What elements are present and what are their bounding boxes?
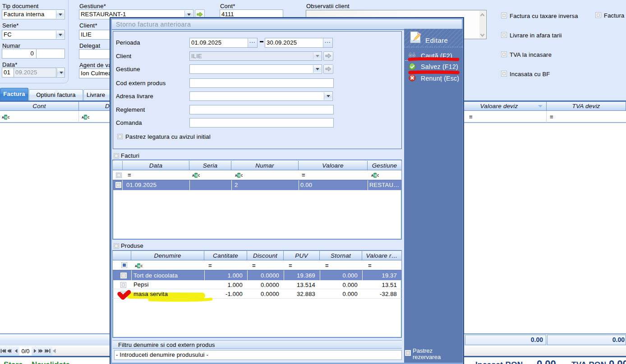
svg-text:B: B xyxy=(5,116,7,119)
svg-text:B: B xyxy=(85,116,87,119)
svg-text:A: A xyxy=(192,174,194,177)
svg-text:C: C xyxy=(198,174,200,177)
svg-text:A: A xyxy=(235,174,237,177)
svg-text:C: C xyxy=(8,116,9,119)
svg-text:A: A xyxy=(135,264,137,268)
svg-text:A: A xyxy=(82,116,84,119)
svg-text:B: B xyxy=(238,174,240,177)
svg-text:C: C xyxy=(241,174,243,177)
svg-text:C: C xyxy=(377,174,379,177)
svg-text:A: A xyxy=(371,174,373,177)
svg-text:C: C xyxy=(141,264,143,268)
svg-text:B: B xyxy=(138,264,140,268)
svg-text:C: C xyxy=(87,116,89,119)
svg-text:B: B xyxy=(195,174,198,177)
svg-text:B: B xyxy=(374,174,377,177)
svg-text:A: A xyxy=(2,116,4,119)
